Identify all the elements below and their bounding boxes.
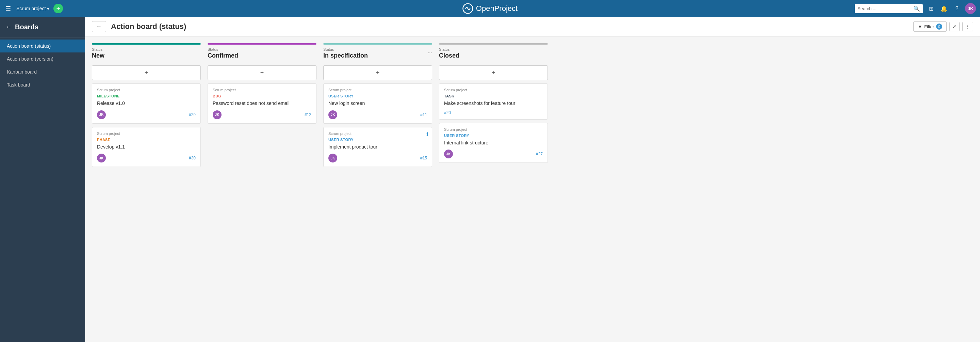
card-type: USER STORY	[444, 134, 543, 137]
column-name: In specification	[323, 52, 432, 59]
card[interactable]: Scrum project TASK Make screenshots for …	[439, 83, 548, 120]
logo-text: OpenProject	[476, 4, 517, 13]
card-footer: JK #27	[444, 150, 543, 158]
card[interactable]: Scrum project USER STORY New login scree…	[323, 83, 432, 124]
card-id: #11	[420, 112, 427, 117]
card-title: Release v1.0	[97, 100, 196, 107]
filter-count: 0	[936, 24, 942, 30]
search-icon: 🔍	[913, 5, 920, 12]
column-header-in-specification: Status In specification ···	[323, 43, 432, 62]
card-footer: #20	[444, 110, 543, 115]
project-dropdown-icon: ▾	[47, 6, 49, 11]
add-button[interactable]: +	[53, 4, 63, 13]
main-header: ← Action board (status) ▼ Filter 0 ⤢ ⋮	[85, 17, 980, 37]
sidebar-item-label: Kanban board	[7, 69, 37, 75]
column-status-label: Status	[208, 47, 317, 51]
project-name: Scrum project	[16, 6, 46, 11]
column-status-label: Status	[92, 47, 201, 51]
card[interactable]: Scrum project BUG Password reset does no…	[208, 83, 317, 124]
card-footer: JK #11	[328, 110, 427, 119]
filter-button[interactable]: ▼ Filter 0	[913, 21, 947, 32]
card-id: #20	[444, 110, 451, 115]
card-type: MILESTONE	[97, 94, 196, 98]
search-input[interactable]	[858, 6, 911, 11]
column-color-bar	[323, 43, 432, 45]
header-actions: ▼ Filter 0 ⤢ ⋮	[913, 21, 973, 32]
card-project: Scrum project	[444, 88, 543, 92]
card-project: Scrum project	[213, 88, 311, 92]
card-footer: JK #29	[97, 110, 196, 119]
card-project: Scrum project	[444, 128, 543, 131]
card-type: TASK	[444, 94, 543, 98]
back-button[interactable]: ←	[92, 21, 106, 32]
column-header-confirmed: Status Confirmed	[208, 43, 317, 62]
card[interactable]: Scrum project PHASE Develop v1.1 JK #30	[92, 127, 201, 167]
column-name: Confirmed	[208, 52, 317, 59]
column-options-icon[interactable]: ···	[428, 50, 432, 56]
card-type: PHASE	[97, 137, 196, 142]
column-color-bar	[439, 43, 548, 45]
avatar: JK	[97, 110, 106, 119]
sidebar-back-arrow[interactable]: ←	[5, 24, 11, 30]
board: Status New + Scrum project MILESTONE Rel…	[85, 37, 980, 342]
card-project: Scrum project	[97, 131, 196, 136]
filter-icon: ▼	[918, 24, 922, 29]
sidebar-item-kanban[interactable]: Kanban board	[0, 66, 85, 78]
card-title: Make screenshots for feature tour	[444, 100, 543, 107]
card-footer: JK #30	[97, 153, 196, 163]
filter-label: Filter	[924, 24, 934, 29]
logo-icon	[463, 3, 473, 14]
card-project: Scrum project	[328, 88, 427, 92]
main: ← Action board (status) ▼ Filter 0 ⤢ ⋮ S…	[85, 17, 980, 342]
bell-icon[interactable]: 🔔	[939, 4, 949, 13]
card-title: Internal link structure	[444, 140, 543, 147]
card-title: Password reset does not send email	[213, 100, 311, 107]
column-status-label: Status	[323, 47, 432, 51]
grid-icon[interactable]: ⊞	[926, 4, 936, 13]
project-selector[interactable]: Scrum project ▾	[16, 6, 49, 11]
add-card-button[interactable]: +	[439, 66, 548, 80]
sidebar-item-label: Task board	[7, 82, 30, 88]
card-id: #15	[420, 156, 427, 160]
info-icon: ℹ	[426, 131, 428, 137]
avatar: JK	[97, 153, 106, 163]
column-status-label: Status	[439, 47, 548, 51]
topnav: ☰ Scrum project ▾ + OpenProject 🔍 ⊞ 🔔 ? …	[0, 0, 980, 17]
sidebar-item-label: Action board (status)	[7, 43, 51, 49]
card[interactable]: Scrum project MILESTONE Release v1.0 JK …	[92, 83, 201, 124]
add-card-button[interactable]: +	[208, 66, 317, 80]
sidebar: ← Boards Action board (status) Action bo…	[0, 17, 85, 342]
column-color-bar	[92, 43, 201, 45]
add-card-button[interactable]: +	[92, 66, 201, 80]
search-box[interactable]: 🔍	[855, 4, 923, 13]
card-title: New login screen	[328, 100, 427, 107]
sidebar-item-action-status[interactable]: Action board (status)	[0, 40, 85, 53]
sidebar-item-task[interactable]: Task board	[0, 78, 85, 91]
card[interactable]: ℹ Scrum project USER STORY Implement pro…	[323, 127, 432, 167]
help-icon[interactable]: ?	[952, 4, 962, 13]
sidebar-header: ← Boards	[0, 17, 85, 37]
card-footer: JK #12	[213, 110, 311, 119]
column-in-specification: Status In specification ··· + Scrum proj…	[323, 43, 432, 335]
avatar: JK	[328, 110, 337, 119]
card-title: Develop v1.1	[97, 144, 196, 150]
card-id: #30	[189, 156, 196, 160]
layout: ← Boards Action board (status) Action bo…	[0, 17, 980, 342]
card[interactable]: Scrum project USER STORY Internal link s…	[439, 123, 548, 163]
fullscreen-button[interactable]: ⤢	[950, 22, 959, 31]
column-header-new: Status New	[92, 43, 201, 62]
hamburger-icon[interactable]: ☰	[4, 3, 12, 14]
avatar: JK	[213, 110, 221, 119]
column-name: Closed	[439, 52, 548, 59]
card-type: BUG	[213, 94, 311, 98]
add-card-button[interactable]: +	[323, 66, 432, 80]
card-id: #12	[305, 112, 311, 117]
card-project: Scrum project	[97, 88, 196, 92]
card-project: Scrum project	[328, 131, 427, 136]
column-color-bar	[208, 43, 317, 45]
sidebar-item-action-version[interactable]: Action board (version)	[0, 53, 85, 66]
card-type: USER STORY	[328, 94, 427, 98]
avatar[interactable]: JK	[965, 3, 976, 14]
sidebar-title: Boards	[15, 23, 38, 31]
more-options-button[interactable]: ⋮	[962, 22, 973, 31]
